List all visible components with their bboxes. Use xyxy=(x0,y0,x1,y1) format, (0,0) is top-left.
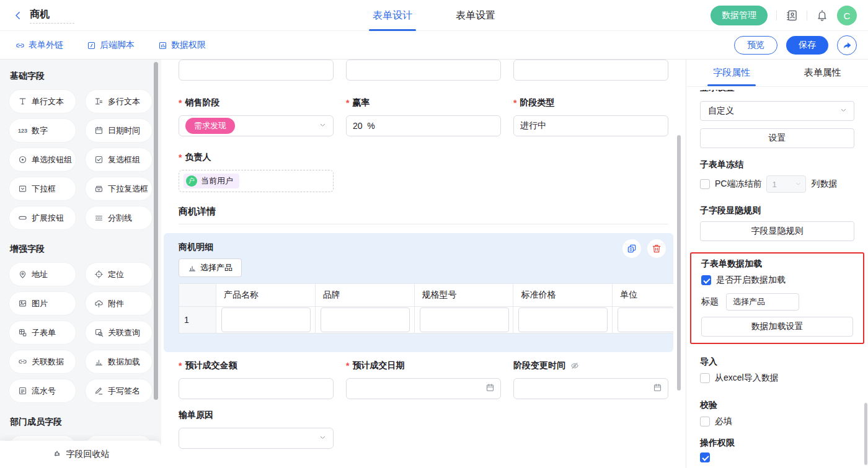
field-type-extend-button[interactable]: 扩展按钮 xyxy=(9,206,76,230)
bar-chart-icon xyxy=(188,263,197,272)
field-type-checkbox-group[interactable]: 复选框组 xyxy=(85,148,153,172)
copy-field-button[interactable] xyxy=(622,239,641,258)
field-win-rate[interactable]: *赢率 xyxy=(346,97,501,136)
field-type-image[interactable]: 图片 xyxy=(9,291,76,316)
field-type-location[interactable]: 定位 xyxy=(85,262,153,286)
field-type-multi-line-text[interactable]: 多行文本 xyxy=(85,89,153,113)
settings-button[interactable]: 设置 xyxy=(700,128,854,148)
contacts-book-icon[interactable] xyxy=(786,9,798,22)
spec-model-cell-input[interactable] xyxy=(420,307,509,332)
field-type-number[interactable]: 123数字 xyxy=(9,118,76,143)
lose-reason-select[interactable] xyxy=(179,428,334,449)
field-sales-stage[interactable]: *销售阶段 需求发现 xyxy=(179,97,334,136)
chevron-down-icon xyxy=(319,433,327,443)
sidebar-scrollbar[interactable] xyxy=(154,62,158,400)
data-load-settings-button[interactable]: 数据加载设置 xyxy=(701,317,853,337)
field-type-data-load[interactable]: 数据加载 xyxy=(85,350,153,374)
trash-icon xyxy=(652,244,662,254)
permission-checkbox-partial[interactable] xyxy=(700,453,710,462)
field-type-signature[interactable]: 手写签名 xyxy=(85,379,153,403)
address-book-icon xyxy=(786,9,798,22)
field-type-address[interactable]: 地址 xyxy=(9,262,76,286)
stage-type-input[interactable] xyxy=(520,121,662,131)
expected-amount-input[interactable] xyxy=(185,384,327,394)
pill-label: 多行文本 xyxy=(108,96,140,107)
data-manage-button[interactable]: 数据管理 xyxy=(711,6,768,25)
field-type-attachment[interactable]: 附件 xyxy=(85,291,153,316)
tab-form-properties[interactable]: 表单属性 xyxy=(777,60,868,86)
pen-icon xyxy=(94,386,104,395)
custom-mode-select[interactable]: 自定义 xyxy=(700,101,854,121)
unit-cell-input[interactable] xyxy=(618,307,673,332)
required-checkbox[interactable] xyxy=(700,417,710,426)
brand-cell-input[interactable] xyxy=(321,307,410,332)
pill-label: 日期时间 xyxy=(108,125,140,136)
field-stage-change-time[interactable]: 阶段变更时间 xyxy=(513,360,668,399)
form-title[interactable]: 商机 xyxy=(30,8,74,24)
save-button[interactable]: 保存 xyxy=(786,36,828,55)
field-type-subform[interactable]: 子表单 xyxy=(9,320,76,345)
notification-bell-icon[interactable] xyxy=(816,9,828,22)
cloud-upload-icon xyxy=(94,299,104,308)
properties-panel: 字段属性 表单属性 显示设置 自定义 设置 子表单冻结 PC端冻结前 1 列数据… xyxy=(686,60,868,468)
backend-script-link[interactable]: 后端脚本 xyxy=(87,40,135,51)
field-stage-type[interactable]: *阶段类型 xyxy=(513,97,668,136)
subform-opportunity-items[interactable]: 商机明细 选择产品 产品名称 品牌 规格型号 标准价格 单位 xyxy=(164,233,673,352)
win-rate-input[interactable] xyxy=(353,121,494,131)
tab-field-properties[interactable]: 字段属性 xyxy=(686,60,777,86)
field-expected-close-date[interactable]: *预计成交日期 xyxy=(346,360,501,399)
field-type-relation-query[interactable]: 关联查询 xyxy=(85,320,153,345)
data-permission-link[interactable]: 数据权限 xyxy=(158,40,206,51)
field-lose-reason[interactable]: 输单原因 xyxy=(179,409,334,449)
tab-form-settings[interactable]: 表单设置 xyxy=(456,0,495,31)
back-button[interactable] xyxy=(12,10,24,21)
section-divider-opportunity-detail[interactable]: 商机详情 xyxy=(179,206,668,224)
form-external-link[interactable]: 表单外链 xyxy=(16,40,63,51)
field-type-single-line-text[interactable]: 单行文本 xyxy=(9,89,76,113)
preview-button[interactable]: 预览 xyxy=(734,36,777,55)
freeze-checkbox[interactable] xyxy=(700,179,710,189)
clipped-input[interactable] xyxy=(513,60,668,81)
excel-import-checkbox[interactable] xyxy=(700,373,710,383)
row-index: 1 xyxy=(179,307,216,333)
enable-data-load-checkbox[interactable] xyxy=(701,275,711,285)
stage-change-time-input[interactable] xyxy=(520,384,662,394)
field-type-multi-dropdown[interactable]: 下拉复选框 xyxy=(85,177,153,201)
product-name-cell-input[interactable] xyxy=(221,307,311,332)
canvas-scrollbar[interactable] xyxy=(677,135,681,391)
chain-link-icon xyxy=(18,357,27,366)
app-root: 商机 表单设计 表单设置 数据管理 C 表单外链 后端脚本 数据权限 预览 保存… xyxy=(0,0,868,468)
tab-form-design[interactable]: 表单设计 xyxy=(373,0,412,31)
freeze-count-select[interactable]: 1 xyxy=(766,175,806,193)
clipped-input[interactable] xyxy=(179,60,334,81)
field-owner[interactable]: *负责人 户 当前用户 xyxy=(179,151,334,192)
visibility-section-title: 子字段显隐规则 xyxy=(700,205,854,216)
pill-label: 流水号 xyxy=(32,386,56,397)
avatar[interactable]: C xyxy=(837,6,857,25)
expected-close-date-input[interactable] xyxy=(353,384,494,394)
standard-price-cell-input[interactable] xyxy=(518,307,608,332)
calendar-icon xyxy=(485,383,495,394)
field-label: 预计成交日期 xyxy=(352,360,404,371)
chevron-left-icon xyxy=(12,10,24,21)
field-type-serial-number[interactable]: 流水号 xyxy=(9,379,76,403)
share-button[interactable] xyxy=(837,35,857,55)
data-load-title-input[interactable] xyxy=(726,293,799,311)
pill-label: 关联查询 xyxy=(108,327,140,338)
field-visibility-rules-button[interactable]: 字段显隐规则 xyxy=(700,221,854,241)
sales-stage-select[interactable]: 需求发现 xyxy=(179,115,334,136)
field-type-datetime[interactable]: 日期时间 xyxy=(85,118,153,143)
field-type-relation-data[interactable]: 关联数据 xyxy=(9,350,76,374)
required-mark: * xyxy=(346,361,349,371)
field-type-radio-group[interactable]: 单选按钮组 xyxy=(9,148,76,172)
field-type-divider-line[interactable]: 分割线 xyxy=(85,206,153,230)
field-recycle-bin[interactable]: 字段回收站 xyxy=(0,441,161,468)
panel-scrollbar[interactable] xyxy=(864,403,867,465)
owner-picker[interactable]: 户 当前用户 xyxy=(179,170,334,192)
field-expected-amount[interactable]: *预计成交金额 xyxy=(179,360,334,399)
field-type-dropdown[interactable]: 下拉框 xyxy=(9,177,76,201)
pill-label: 图片 xyxy=(32,298,48,309)
delete-field-button[interactable] xyxy=(647,239,666,258)
clipped-input[interactable] xyxy=(346,60,501,81)
select-product-button[interactable]: 选择产品 xyxy=(179,258,242,277)
